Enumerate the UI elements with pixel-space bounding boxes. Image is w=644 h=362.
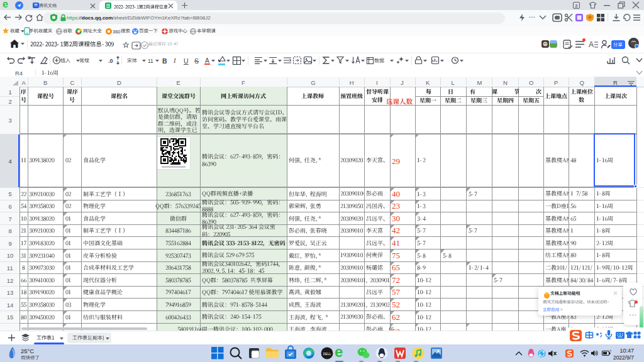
svg-text:A: A [589, 40, 594, 49]
svg-text:DELL: DELL [323, 352, 331, 356]
